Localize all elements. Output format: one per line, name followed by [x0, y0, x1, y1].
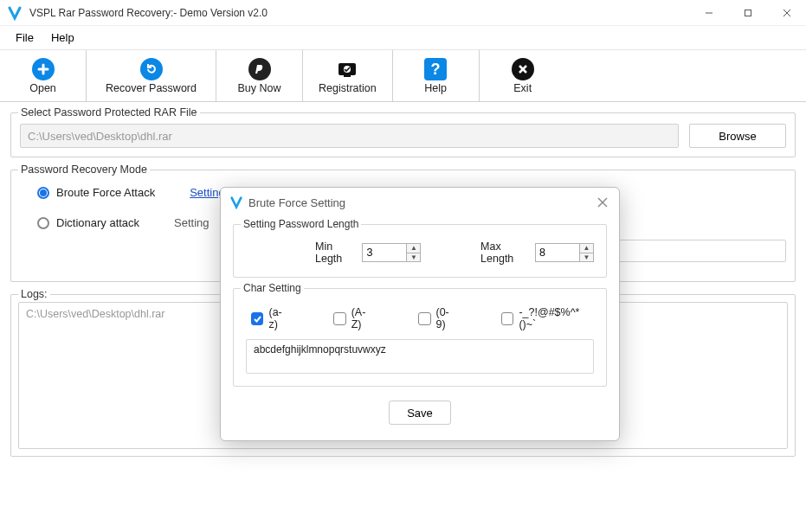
close-button[interactable] [767, 0, 806, 26]
open-button[interactable]: Open [0, 50, 87, 101]
dictionary-label: Dictionary attack [56, 216, 139, 229]
recovery-mode-legend: Password Recovery Mode [18, 163, 150, 176]
chars-preview[interactable]: abcdefghijklmnopqrstuvwxyz [246, 339, 594, 374]
checkbox-09-label: (0-9) [436, 306, 458, 330]
svg-text:?: ? [431, 61, 441, 78]
min-length-input[interactable] [363, 244, 406, 261]
checkbox-checked-icon [251, 312, 263, 325]
brute-force-label: Broute Force Attack [56, 186, 155, 199]
help-button[interactable]: ? Help [393, 50, 480, 101]
menubar: File Help [0, 26, 806, 50]
app-icon [7, 5, 23, 21]
radio-checked-icon [37, 187, 49, 199]
app-icon [229, 195, 243, 209]
buy-label: Buy Now [237, 82, 280, 94]
checkbox-unchecked-icon [418, 312, 430, 325]
checkbox-az[interactable]: (a-z) [251, 306, 290, 330]
close-icon [512, 58, 534, 80]
recover-label: Recover Password [106, 82, 197, 94]
checkbox-AZ[interactable]: (A-Z) [333, 306, 375, 330]
menu-file[interactable]: File [7, 28, 42, 48]
dialog-close-button[interactable] [595, 195, 610, 210]
checkbox-unchecked-icon [333, 312, 345, 325]
spin-up-icon[interactable]: ▲ [580, 244, 593, 253]
dictionary-setting-link[interactable]: Setting [174, 216, 209, 229]
maximize-button[interactable] [728, 0, 767, 26]
checkbox-symbols[interactable]: -_?!@#$%^*()~` [501, 306, 594, 330]
char-setting-group: Char Setting (a-z) (A-Z) (0-9) -_?!@#$%^… [233, 288, 607, 387]
select-file-group: Select Password Protected RAR File C:\Us… [10, 112, 796, 157]
checkbox-az-label: (a-z) [268, 306, 290, 330]
min-length-spinner[interactable]: ▲ ▼ [362, 243, 421, 262]
recover-button[interactable]: Recover Password [87, 50, 216, 101]
checkbox-09[interactable]: (0-9) [418, 306, 458, 330]
dialog-titlebar: Brute Force Setting [221, 188, 619, 217]
recover-icon [140, 58, 163, 80]
brute-force-dialog: Brute Force Setting Setting Password Len… [220, 187, 620, 441]
svg-rect-8 [344, 75, 351, 77]
browse-button[interactable]: Browse [689, 124, 786, 148]
logs-legend: Logs: [18, 288, 50, 300]
radio-unchecked-icon [37, 217, 49, 229]
min-length-label: Min Legth [315, 240, 353, 265]
window-title: VSPL Rar Password Recovery:- Demo Versio… [29, 7, 689, 19]
registration-icon [336, 58, 358, 80]
paypal-icon [248, 58, 271, 80]
password-length-group: Setting Password Length Min Legth ▲ ▼ Ma… [233, 224, 607, 278]
spin-down-icon[interactable]: ▼ [580, 253, 593, 262]
file-path-input[interactable]: C:\Users\ved\Desktop\dhl.rar [20, 124, 679, 148]
svg-rect-1 [745, 10, 751, 16]
checkbox-unchecked-icon [501, 312, 514, 325]
max-length-label: Max Length [480, 240, 526, 265]
max-length-input[interactable] [536, 244, 579, 261]
dictionary-radio[interactable]: Dictionary attack [37, 216, 139, 229]
registration-button[interactable]: Registration [303, 50, 393, 101]
spin-up-icon[interactable]: ▲ [407, 244, 420, 253]
exit-label: Exit [513, 82, 532, 94]
exit-button[interactable]: Exit [480, 50, 566, 101]
open-label: Open [29, 82, 56, 94]
toolbar: Open Recover Password Buy Now Registrati… [0, 50, 806, 102]
buy-now-button[interactable]: Buy Now [216, 50, 303, 101]
select-file-legend: Select Password Protected RAR File [18, 106, 200, 119]
char-setting-legend: Char Setting [241, 282, 304, 294]
help-icon: ? [424, 58, 447, 80]
plus-icon [32, 58, 55, 80]
checkbox-AZ-label: (A-Z) [351, 306, 375, 330]
checkbox-symbols-label: -_?!@#$%^*()~` [519, 306, 594, 330]
help-label: Help [424, 82, 447, 94]
minimize-button[interactable] [689, 0, 728, 26]
registration-label: Registration [319, 82, 377, 94]
password-length-legend: Setting Password Length [241, 218, 361, 230]
max-length-spinner[interactable]: ▲ ▼ [535, 243, 594, 262]
window-titlebar: VSPL Rar Password Recovery:- Demo Versio… [0, 0, 806, 26]
window-controls [689, 0, 806, 26]
save-button[interactable]: Save [389, 401, 451, 425]
menu-help[interactable]: Help [42, 28, 83, 48]
spin-down-icon[interactable]: ▼ [407, 253, 420, 262]
brute-force-radio[interactable]: Broute Force Attack [37, 186, 155, 199]
dialog-title: Brute Force Setting [248, 196, 595, 209]
